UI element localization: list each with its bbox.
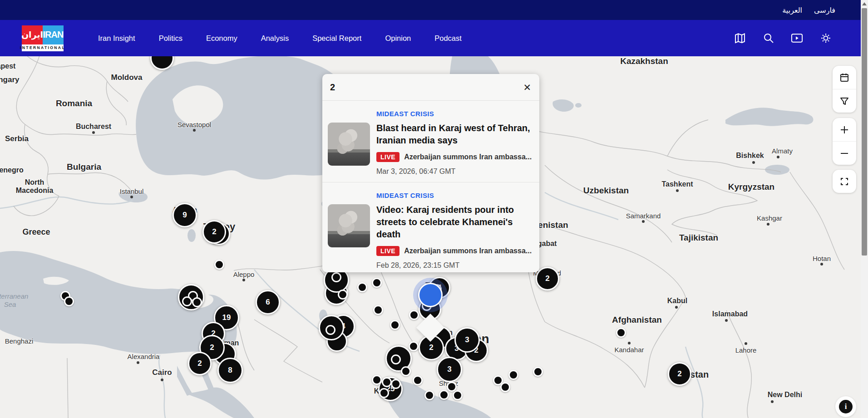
nav-item-politics[interactable]: Politics: [159, 34, 182, 43]
map-point-marker[interactable]: [372, 278, 382, 288]
map-point-marker[interactable]: [401, 366, 411, 376]
map-cluster-marker-3[interactable]: 3: [437, 357, 462, 382]
map-selected-marker[interactable]: [418, 283, 443, 307]
map-point-marker[interactable]: [182, 296, 192, 306]
city-dot: [777, 156, 779, 158]
map-cluster-marker-2[interactable]: 2: [202, 220, 226, 244]
map-filter-controls: [833, 66, 856, 113]
live-badge: LIVE: [376, 246, 399, 256]
map-label-benghazi: Benghazi: [5, 337, 34, 345]
plus-icon: [839, 125, 849, 135]
live-summary[interactable]: Azerbaijan summons Iran ambassa...: [404, 247, 532, 255]
map-label-budapest: Budapest: [0, 62, 15, 70]
video-button[interactable]: [791, 32, 803, 44]
map-cluster-marker-2[interactable]: 2: [188, 352, 212, 375]
iran-international-logo[interactable]: ايران IRAN INTERNATIONAL: [22, 25, 64, 51]
map-point-marker[interactable]: [447, 382, 457, 392]
zoom-out-button[interactable]: [833, 141, 856, 165]
theme-toggle-button[interactable]: [819, 32, 832, 44]
scrollbar-up-arrow[interactable]: [862, 2, 867, 5]
map-cluster-marker-2[interactable]: 2: [668, 362, 691, 386]
news-map[interactable]: KazakhstanMoldovaRomaniaHungaryBudapestS…: [0, 56, 868, 418]
article-headline[interactable]: Video: Karaj residents pour into streets…: [376, 204, 532, 241]
map-point-marker[interactable]: [326, 325, 335, 335]
map-point-marker[interactable]: [64, 296, 74, 306]
nav-item-opinion[interactable]: Opinion: [385, 34, 411, 43]
map-cluster-marker-9[interactable]: 9: [173, 203, 197, 227]
map-point-marker[interactable]: [192, 297, 202, 307]
map-point-marker[interactable]: [357, 282, 367, 292]
map-label-kyrgyzstan: Kyrgyzstan: [728, 182, 774, 192]
page-scrollbar[interactable]: [861, 0, 868, 418]
map-point-marker[interactable]: [338, 290, 348, 300]
map-label-lahore: Lahore: [735, 346, 757, 354]
city-dot: [725, 319, 728, 322]
map-point-marker[interactable]: [390, 320, 400, 330]
fullscreen-button[interactable]: [833, 170, 856, 193]
map-point-marker[interactable]: [413, 375, 423, 385]
scrollbar-thumb[interactable]: [862, 8, 867, 256]
article-thumbnail[interactable]: [328, 123, 370, 166]
map-cluster-marker-3[interactable]: 3: [454, 327, 480, 353]
fullscreen-icon: [839, 176, 850, 187]
nav-item-economy[interactable]: Economy: [206, 34, 237, 43]
map-label-montenegro: Montenegro: [0, 166, 24, 174]
calendar-icon: [839, 72, 850, 83]
live-summary[interactable]: Azerbaijan summons Iran ambassa...: [404, 153, 532, 161]
map-cluster-marker-6[interactable]: 6: [256, 290, 280, 315]
news-article[interactable]: MIDEAST CRISIS Blast heard in Karaj west…: [322, 101, 539, 182]
city-dot: [767, 223, 769, 226]
nav-item-podcast[interactable]: Podcast: [434, 34, 462, 43]
map-point-marker[interactable]: [533, 367, 543, 377]
map-point-marker[interactable]: [372, 375, 382, 385]
map-cluster-marker-8[interactable]: 8: [217, 358, 243, 383]
map-point-marker[interactable]: [409, 341, 419, 351]
map-point-marker[interactable]: [379, 388, 389, 398]
map-point-marker[interactable]: [424, 390, 434, 400]
city-dot: [771, 400, 774, 403]
map-point-marker[interactable]: [616, 328, 626, 338]
map-icon: [734, 32, 746, 44]
map-label-tajikistan: Tajikistan: [679, 233, 718, 243]
map-point-marker[interactable]: [409, 310, 419, 320]
city-dot: [161, 379, 163, 381]
map-cluster-popup: 2 ✕ MIDEAST CRISIS Blast heard in Karaj …: [322, 74, 539, 272]
map-attribution-button[interactable]: i: [835, 396, 856, 417]
map-point-marker[interactable]: [391, 354, 401, 364]
language-link[interactable]: العربية: [782, 6, 802, 15]
map-point-marker[interactable]: [382, 377, 392, 387]
nav-item-special-report[interactable]: Special Report: [312, 34, 361, 43]
map-nav-button[interactable]: [734, 32, 746, 44]
map-point-marker[interactable]: [391, 379, 401, 389]
article-thumbnail[interactable]: [328, 204, 370, 247]
news-article[interactable]: MIDEAST CRISIS Video: Karaj residents po…: [322, 182, 539, 276]
map-label-greece: Greece: [22, 227, 50, 237]
calendar-button[interactable]: [833, 66, 856, 89]
nav-item-analysis[interactable]: Analysis: [261, 34, 289, 43]
map-point-marker[interactable]: [500, 382, 510, 392]
map-label-aleppo: Aleppo: [233, 270, 255, 278]
map-label-almaty: Almaty: [772, 147, 793, 155]
map-point-marker[interactable]: [508, 370, 518, 380]
map-label-islamabad: Islamabad: [712, 310, 748, 318]
map-point-marker[interactable]: [453, 390, 463, 400]
map-label-tashkent: Tashkent: [661, 180, 693, 188]
map-label-serbia: Serbia: [5, 134, 29, 143]
language-link[interactable]: فارسی: [814, 6, 835, 15]
map-label-kabul: Kabul: [667, 297, 687, 305]
map-label-samarkand: Samarkand: [626, 212, 661, 220]
map-point-marker[interactable]: [439, 390, 449, 400]
minus-icon: [839, 148, 849, 158]
filter-button[interactable]: [833, 89, 856, 113]
close-icon[interactable]: ✕: [523, 83, 531, 92]
article-headline[interactable]: Blast heard in Karaj west of Tehran, Ira…: [376, 122, 532, 147]
map-point-marker[interactable]: [214, 260, 224, 270]
nav-item-iran-insight[interactable]: Iran Insight: [98, 34, 135, 43]
city-dot: [745, 342, 747, 345]
map-point-marker[interactable]: [373, 305, 383, 315]
search-icon: [763, 32, 774, 44]
city-dot: [676, 189, 679, 192]
zoom-in-button[interactable]: [833, 118, 856, 141]
search-button[interactable]: [762, 32, 774, 44]
main-menu: Iran InsightPoliticsEconomyAnalysisSpeci…: [98, 34, 462, 43]
